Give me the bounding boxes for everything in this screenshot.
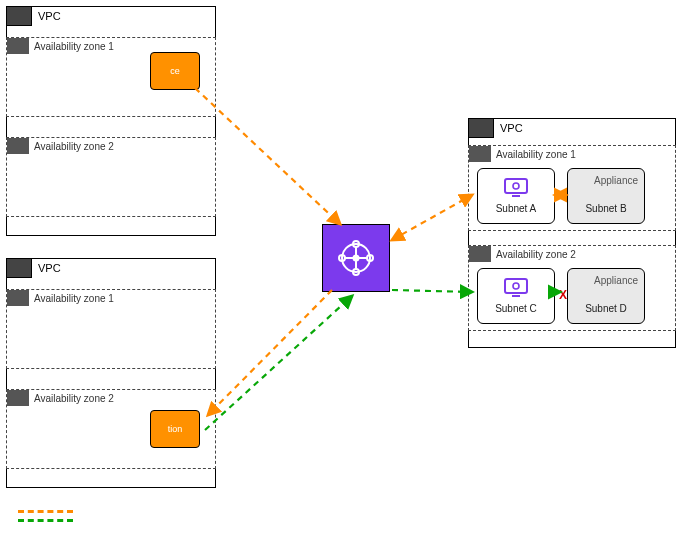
vpc-tab-icon [6, 258, 32, 278]
legend-swatch-orange [18, 510, 73, 513]
vpc-label: VPC [32, 7, 67, 25]
svg-point-7 [353, 255, 360, 262]
subnet-b: Appliance Subnet B [567, 168, 645, 224]
az-label: Availability zone 2 [491, 247, 581, 262]
appliance-label: Appliance [594, 175, 638, 186]
vpc-box-right: VPC Availability zone 1 Subnet A Applian… [468, 118, 676, 348]
source-node: ce [150, 52, 200, 90]
vpc-tab-icon [6, 6, 32, 26]
az-band-right-1: Availability zone 1 Subnet A Appliance S… [468, 145, 676, 231]
svg-rect-1 [512, 195, 520, 197]
failure-x-icon: X [559, 288, 567, 302]
vpc-box-top-left: VPC Availability zone 1 Availability zon… [6, 6, 216, 236]
subnet-a: Subnet A [477, 168, 555, 224]
hub-icon [331, 233, 381, 283]
az-label: Availability zone 1 [29, 39, 119, 54]
destination-node-label: tion [168, 424, 183, 434]
svg-rect-4 [512, 295, 520, 297]
az-tab-icon [469, 246, 491, 262]
az-tab-icon [7, 38, 29, 54]
az-header: Availability zone 2 [7, 390, 119, 406]
vpc-header: VPC [6, 258, 67, 278]
subnet-label: Subnet C [478, 303, 554, 314]
destination-node: tion [150, 410, 200, 448]
az-tab-icon [469, 146, 491, 162]
az-tab-icon [7, 390, 29, 406]
legend-row-orange [18, 510, 81, 513]
vpc-label: VPC [494, 119, 529, 137]
az-header: Availability zone 2 [7, 138, 119, 154]
svg-rect-0 [505, 179, 527, 193]
az-label: Availability zone 2 [29, 391, 119, 406]
vpc-header: VPC [468, 118, 529, 138]
az-header: Availability zone 1 [7, 290, 119, 306]
svg-rect-3 [505, 279, 527, 293]
az-label: Availability zone 2 [29, 139, 119, 154]
az-header: Availability zone 1 [469, 146, 581, 162]
az-band-right-2: Availability zone 2 Subnet C Appliance S… [468, 245, 676, 331]
az-header: Availability zone 1 [7, 38, 119, 54]
az-label: Availability zone 1 [491, 147, 581, 162]
vpc-tab-icon [468, 118, 494, 138]
source-node-label: ce [170, 66, 180, 76]
az-band-1: Availability zone 1 [6, 289, 216, 369]
subnet-label: Subnet A [478, 203, 554, 214]
vpc-box-bottom-left: VPC Availability zone 1 Availability zon… [6, 258, 216, 488]
legend-row-green [18, 519, 81, 522]
instance-icon [478, 273, 554, 303]
vpc-header: VPC [6, 6, 67, 26]
subnet-label: Subnet B [568, 203, 644, 214]
subnet-d: Appliance Subnet D [567, 268, 645, 324]
legend [18, 510, 81, 528]
svg-point-2 [513, 183, 519, 189]
appliance-label: Appliance [594, 275, 638, 286]
transit-gateway-hub [322, 224, 390, 292]
az-band-2: Availability zone 2 [6, 137, 216, 217]
az-tab-icon [7, 290, 29, 306]
az-header: Availability zone 2 [469, 246, 581, 262]
subnet-label: Subnet D [568, 303, 644, 314]
instance-icon [478, 173, 554, 203]
legend-swatch-green [18, 519, 73, 522]
az-tab-icon [7, 138, 29, 154]
az-label: Availability zone 1 [29, 291, 119, 306]
vpc-label: VPC [32, 259, 67, 277]
svg-point-5 [513, 283, 519, 289]
subnet-c: Subnet C [477, 268, 555, 324]
